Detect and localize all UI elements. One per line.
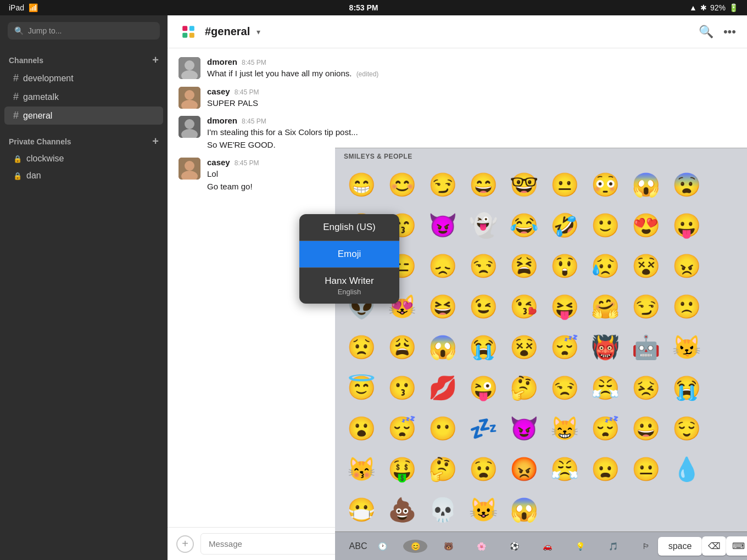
sidebar-item-general[interactable]: # general xyxy=(4,107,163,125)
chevron-down-icon[interactable]: ▾ xyxy=(257,27,260,36)
emoji-item[interactable]: 😒 xyxy=(545,368,584,407)
emoji-item[interactable]: 🤣 xyxy=(545,205,584,245)
emoji-item[interactable]: 😊 xyxy=(382,165,422,204)
emoji-item[interactable]: 😀 xyxy=(626,408,666,448)
emoji-item[interactable]: 😩 xyxy=(382,327,422,367)
abc-button[interactable]: ABC xyxy=(346,539,370,553)
emoji-item[interactable]: 😞 xyxy=(423,246,462,285)
emoji-item[interactable]: 😈 xyxy=(504,408,544,448)
emoji-item[interactable]: 💩 xyxy=(382,490,422,529)
emoji-item[interactable]: 😗 xyxy=(382,368,422,407)
emoji-item[interactable]: 😭 xyxy=(464,327,503,367)
sports-icon[interactable]: ⚽ xyxy=(502,540,526,553)
emoji-item[interactable]: 😲 xyxy=(545,246,584,285)
language-option-english[interactable]: English (US) xyxy=(299,214,399,241)
emoji-item[interactable]: 🤓 xyxy=(504,165,544,204)
emoji-item[interactable]: 😺 xyxy=(464,490,503,529)
emoji-item[interactable]: 😨 xyxy=(667,165,706,204)
add-attachment-button[interactable]: + xyxy=(176,535,194,553)
emoji-item[interactable]: 😴 xyxy=(382,408,422,448)
keyboard-toggle-button[interactable]: ⌨ xyxy=(726,536,747,556)
emoji-item[interactable]: 👹 xyxy=(586,327,625,367)
language-option-emoji[interactable]: Emoji xyxy=(299,241,399,268)
emoji-item[interactable]: 🤔 xyxy=(423,449,462,489)
emoji-item[interactable]: 😣 xyxy=(626,368,666,407)
emoji-item[interactable]: 😒 xyxy=(464,246,503,285)
sidebar-item-clockwise[interactable]: 🔒 clockwise xyxy=(4,150,163,167)
emoji-item[interactable]: 😭 xyxy=(667,368,706,407)
emoji-item[interactable]: 🤑 xyxy=(382,449,422,489)
emoji-item[interactable]: 😮 xyxy=(342,408,381,448)
search-header-icon[interactable]: 🔍 xyxy=(699,25,713,39)
emoji-item[interactable]: 😏 xyxy=(626,287,666,326)
emoji-item[interactable]: 😳 xyxy=(586,165,625,204)
emoji-item[interactable]: 😟 xyxy=(342,327,381,367)
emoji-item[interactable]: 😷 xyxy=(342,490,381,529)
emoji-item[interactable]: 😱 xyxy=(504,490,544,529)
emoji-item[interactable]: 😉 xyxy=(464,287,503,326)
emoji-item[interactable]: 😂 xyxy=(504,205,544,245)
emoji-item[interactable]: 🤔 xyxy=(504,368,544,407)
emoji-item[interactable]: 😱 xyxy=(423,327,462,367)
emoji-item[interactable]: 😽 xyxy=(342,449,381,489)
emoji-item[interactable]: 😛 xyxy=(667,205,706,245)
search-placeholder: Jump to... xyxy=(28,26,62,35)
emoji-item[interactable]: 🙂 xyxy=(586,205,625,245)
emoji-item[interactable]: 🙁 xyxy=(667,287,706,326)
emoji-item[interactable]: 😝 xyxy=(545,287,584,326)
add-private-channel-button[interactable]: + xyxy=(152,135,159,148)
objects-icon[interactable]: 💡 xyxy=(568,540,592,553)
add-channel-button[interactable]: + xyxy=(152,54,159,66)
emoji-item[interactable]: 😏 xyxy=(423,165,462,204)
emoji-item[interactable]: 😶 xyxy=(423,408,462,448)
emoji-item[interactable]: 🤖 xyxy=(626,327,666,367)
emoji-item[interactable]: 💋 xyxy=(423,368,462,407)
recent-icon[interactable]: 🕐 xyxy=(370,540,394,553)
emoji-item[interactable]: 😐 xyxy=(545,165,584,204)
delete-button[interactable]: ⌫ xyxy=(702,536,726,556)
emoji-item[interactable]: 😠 xyxy=(667,246,706,285)
emoji-item[interactable]: 😫 xyxy=(504,246,544,285)
emoji-item[interactable]: 😍 xyxy=(626,205,666,245)
sidebar-item-development[interactable]: # development xyxy=(4,69,163,87)
search-bar[interactable]: 🔍 Jump to... xyxy=(8,22,160,40)
emoji-item[interactable]: 😤 xyxy=(545,449,584,489)
emoji-item[interactable]: 😧 xyxy=(464,449,503,489)
emoji-item[interactable]: 😐 xyxy=(626,449,666,489)
symbols-icon[interactable]: 🎵 xyxy=(601,540,625,553)
animals-icon[interactable]: 🐻 xyxy=(436,540,460,553)
emoji-item[interactable]: 😥 xyxy=(586,246,625,285)
emoji-item[interactable]: 💧 xyxy=(667,449,706,489)
emoji-item[interactable]: 😄 xyxy=(464,165,503,204)
emoji-item[interactable]: 🤗 xyxy=(586,287,625,326)
emoji-item[interactable]: 😼 xyxy=(667,327,706,367)
emoji-item[interactable]: 😈 xyxy=(423,205,462,245)
emoji-item[interactable]: 👻 xyxy=(464,205,503,245)
emoji-item[interactable]: 😦 xyxy=(586,449,625,489)
language-option-hanx[interactable]: Hanx Writer English xyxy=(299,268,399,304)
sidebar-item-gametalk[interactable]: # gametalk xyxy=(4,88,163,106)
emoji-item[interactable]: 😇 xyxy=(342,368,381,407)
space-button[interactable]: space xyxy=(658,537,702,556)
emoji-item[interactable]: 😴 xyxy=(586,408,625,448)
emoji-item[interactable]: 💤 xyxy=(464,408,503,448)
emoji-item[interactable]: 💀 xyxy=(423,490,462,529)
sidebar-item-dan[interactable]: 🔒 dan xyxy=(4,167,163,184)
emoji-item[interactable]: 😆 xyxy=(423,287,462,326)
emoji-item[interactable]: 😁 xyxy=(342,165,381,204)
emoji-item[interactable]: 😱 xyxy=(626,165,666,204)
emoji-item[interactable]: 😜 xyxy=(464,368,503,407)
emoji-item[interactable]: 😸 xyxy=(545,408,584,448)
emoji-item[interactable]: 😌 xyxy=(667,408,706,448)
emoji-item[interactable]: 😡 xyxy=(504,449,544,489)
more-options-icon[interactable]: ••• xyxy=(723,25,736,39)
emoji-item[interactable]: 😴 xyxy=(545,327,584,367)
emoji-item[interactable]: 😤 xyxy=(586,368,625,407)
emoji-item[interactable]: 😵 xyxy=(626,246,666,285)
flags-icon[interactable]: 🏳 xyxy=(634,540,658,553)
food-icon[interactable]: 🌸 xyxy=(469,540,493,553)
emoji-tab-icon[interactable]: 😊 xyxy=(403,540,427,553)
emoji-item[interactable]: 😘 xyxy=(504,287,544,326)
emoji-item[interactable]: 😵 xyxy=(504,327,544,367)
travel-icon[interactable]: 🚗 xyxy=(535,540,559,553)
